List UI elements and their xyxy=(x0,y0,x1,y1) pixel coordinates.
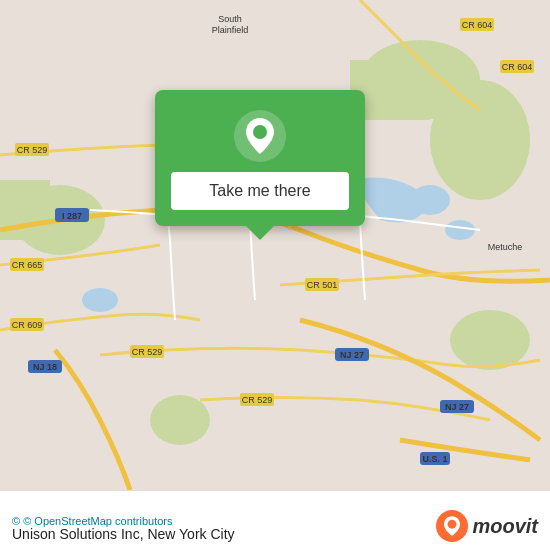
bottom-bar: © © OpenStreetMap contributors Unison So… xyxy=(0,490,550,550)
svg-text:CR 501: CR 501 xyxy=(307,280,338,290)
popup-card: Take me there xyxy=(155,90,365,226)
location-name: Unison Solutions Inc, New York City xyxy=(12,526,235,542)
svg-point-6 xyxy=(150,395,210,445)
svg-text:CR 529: CR 529 xyxy=(132,347,163,357)
svg-point-10 xyxy=(82,288,118,312)
svg-text:Plainfield: Plainfield xyxy=(212,25,249,35)
svg-text:CR 665: CR 665 xyxy=(12,260,43,270)
attribution-text: © OpenStreetMap contributors xyxy=(23,515,172,527)
svg-point-2 xyxy=(430,80,530,200)
moovit-icon xyxy=(436,510,468,542)
svg-text:NJ 18: NJ 18 xyxy=(33,362,57,372)
svg-text:CR 604: CR 604 xyxy=(502,62,533,72)
svg-point-43 xyxy=(253,125,267,139)
svg-point-9 xyxy=(445,220,475,240)
svg-text:CR 609: CR 609 xyxy=(12,320,43,330)
location-pin-icon xyxy=(234,110,286,162)
svg-point-7 xyxy=(450,310,530,370)
svg-point-45 xyxy=(448,520,457,529)
map-container: I 287 CR 529 CR 604 CR 604 CR 603 CR 665… xyxy=(0,0,550,490)
svg-text:CR 529: CR 529 xyxy=(17,145,48,155)
svg-text:NJ 27: NJ 27 xyxy=(340,350,364,360)
svg-text:I 287: I 287 xyxy=(62,211,82,221)
svg-text:U.S. 1: U.S. 1 xyxy=(422,454,447,464)
svg-text:Metuche: Metuche xyxy=(488,242,523,252)
svg-text:NJ 27: NJ 27 xyxy=(445,402,469,412)
svg-text:CR 529: CR 529 xyxy=(242,395,273,405)
moovit-logo: moovit xyxy=(436,510,538,542)
svg-text:South: South xyxy=(218,14,242,24)
svg-text:CR 604: CR 604 xyxy=(462,20,493,30)
osm-copyright-icon: © xyxy=(12,515,20,527)
take-me-there-button[interactable]: Take me there xyxy=(171,172,349,210)
moovit-text: moovit xyxy=(472,515,538,538)
